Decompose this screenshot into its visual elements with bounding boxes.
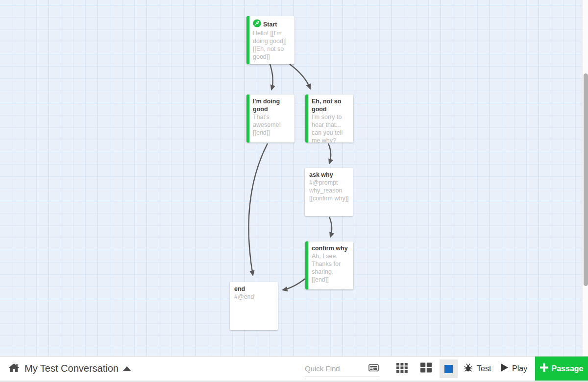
- home-button[interactable]: [5, 357, 23, 381]
- passage-excerpt: I'm sorry to hear that... can you tell m…: [312, 113, 350, 143]
- passage-label: Passage: [552, 364, 584, 373]
- story-title-menu[interactable]: My Test Conversation: [24, 357, 131, 381]
- passage-node-im-doing-good[interactable]: I'm doing good That's awesome! [[end]]: [246, 95, 294, 143]
- test-button[interactable]: Test: [463, 357, 491, 381]
- link-ask-why-to-confirm-why: [329, 217, 332, 237]
- rocket-start-icon: [253, 19, 261, 29]
- play-button[interactable]: Play: [501, 357, 527, 381]
- passage-node-end[interactable]: end #@end: [230, 282, 278, 330]
- quick-find[interactable]: [305, 360, 380, 377]
- play-label: Play: [512, 364, 527, 373]
- link-doing-good-to-end: [249, 143, 268, 275]
- full-zoom-view-button[interactable]: [440, 359, 458, 378]
- passage-node-confirm-why[interactable]: confirm why Ah, I see. Thanks for sharin…: [305, 241, 353, 289]
- quick-find-input[interactable]: [305, 364, 363, 373]
- story-canvas[interactable]: Start Hello! [[I'm doing good]] [[Eh, no…: [0, 0, 588, 356]
- play-icon: [501, 363, 508, 374]
- link-start-to-doing-good: [270, 64, 273, 90]
- passage-node-ask-why[interactable]: ask why #@prompt why_reason [[confirm wh…: [305, 168, 353, 216]
- passage-title: ask why: [309, 171, 349, 179]
- bug-icon: [463, 363, 473, 375]
- passage-node-eh-not-so-good[interactable]: Eh, not so good I'm sorry to hear that..…: [305, 95, 353, 143]
- home-icon: [8, 363, 20, 375]
- plus-icon: [540, 363, 548, 374]
- grid-large-icon: [420, 362, 432, 375]
- passage-status-bar: [246, 95, 249, 143]
- passage-status-bar: [305, 95, 308, 143]
- test-label: Test: [477, 364, 491, 373]
- large-grid-view-button[interactable]: [415, 357, 437, 381]
- passage-excerpt: #@end: [234, 293, 274, 301]
- passage-title: Start: [263, 21, 277, 28]
- passage-node-start[interactable]: Start Hello! [[I'm doing good]] [[Eh, no…: [246, 16, 294, 64]
- add-passage-button[interactable]: Passage: [535, 357, 588, 381]
- passage-excerpt: That's awesome! [[end]]: [253, 113, 291, 137]
- story-map-app: Start Hello! [[I'm doing good]] [[Eh, no…: [0, 0, 588, 382]
- passage-title: Eh, not so good: [312, 97, 350, 113]
- small-grid-view-button[interactable]: [391, 357, 413, 381]
- keyboard-icon[interactable]: [368, 364, 379, 374]
- passage-excerpt: #@prompt why_reason [[confirm why]]: [309, 179, 349, 202]
- bottom-toolbar: My Test Conversation: [0, 356, 588, 381]
- square-zoom-icon: [444, 365, 453, 373]
- grid-small-icon: [396, 362, 408, 375]
- link-confirm-why-to-end: [283, 279, 305, 290]
- passage-excerpt: Hello! [[I'm doing good]] [[Eh, not so g…: [253, 29, 291, 61]
- passage-title: end: [234, 285, 274, 293]
- vertical-scrollbar-thumb[interactable]: [584, 73, 588, 286]
- passage-title: confirm why: [312, 244, 350, 252]
- caret-up-icon: [123, 366, 131, 371]
- link-not-so-good-to-ask-why: [328, 143, 331, 164]
- story-title: My Test Conversation: [24, 363, 119, 374]
- passage-status-bar: [305, 241, 308, 289]
- passage-excerpt: Ah, I see. Thanks for sharing. [[end]]: [312, 252, 350, 284]
- passage-title: I'm doing good: [253, 97, 291, 113]
- vertical-scrollbar[interactable]: [582, 0, 588, 356]
- passage-status-bar: [246, 16, 249, 64]
- link-start-to-not-so-good: [290, 64, 310, 89]
